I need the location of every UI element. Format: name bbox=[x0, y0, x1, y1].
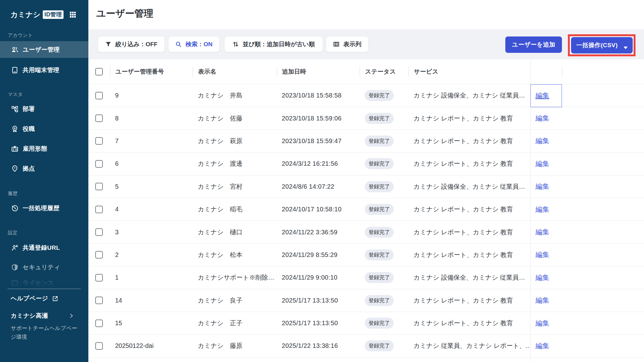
edit-link[interactable]: 編集 bbox=[536, 342, 549, 350]
sidebar-item-department[interactable]: 部署 bbox=[0, 101, 88, 117]
help-page-label: ヘルプページ bbox=[11, 294, 48, 303]
sidebar-item-label: ユーザー管理 bbox=[23, 46, 60, 54]
table-row: 8 カミナシ 佐藤 2023/10/18 15:59:06 登録完了 カミナシ … bbox=[88, 107, 644, 130]
edit-link[interactable]: 編集 bbox=[536, 137, 549, 145]
table-header-row: ユーザー管理番号 表示名 追加日時 ステータス サービス bbox=[88, 59, 644, 84]
row-checkbox[interactable] bbox=[95, 137, 103, 145]
filter-button[interactable]: 絞り込み：OFF bbox=[98, 36, 165, 52]
cell-service: カミナシ レポート、カミナシ 教育 bbox=[408, 114, 530, 123]
cell-display-name: カミナシ 稲毛 bbox=[193, 205, 277, 214]
row-select-cell bbox=[88, 183, 110, 190]
sidebar-item-location[interactable]: 拠点 bbox=[0, 160, 88, 177]
table-row: 1 カミナシサポート※削除… 2024/11/29 9:00:10 登録完了 カ… bbox=[88, 266, 644, 289]
edit-link[interactable]: 編集 bbox=[536, 205, 549, 213]
page-title: ユーザー管理 bbox=[96, 7, 153, 20]
edit-link[interactable]: 編集 bbox=[536, 274, 549, 281]
row-checkbox[interactable] bbox=[95, 160, 103, 168]
cell-service: カミナシ レポート、カミナシ 教育 bbox=[408, 251, 530, 259]
edit-link[interactable]: 編集 bbox=[536, 182, 549, 190]
status-badge: 登録完了 bbox=[365, 204, 394, 215]
app-grid-icon[interactable] bbox=[69, 11, 77, 19]
sidebar-item-security[interactable]: セキュリティ bbox=[0, 259, 88, 276]
row-checkbox[interactable] bbox=[95, 92, 103, 99]
table-row: 4 カミナシ 稲毛 2024/10/17 10:58:10 登録完了 カミナシ … bbox=[88, 198, 644, 221]
sidebar-item-license[interactable]: ライセンス bbox=[0, 277, 88, 289]
column-header-status: ステータス bbox=[360, 68, 408, 76]
sidebar-item-common-registration-url[interactable]: 共通登録URL bbox=[0, 240, 88, 256]
cell-management-number: 6 bbox=[110, 160, 193, 167]
sidebar-item-batch-history[interactable]: 一括処理履歴 bbox=[0, 200, 88, 216]
cell-edit: 編集 bbox=[530, 250, 562, 259]
status-badge: 登録完了 bbox=[365, 136, 394, 147]
status-badge: 登録完了 bbox=[365, 318, 394, 329]
cell-edit: 編集 bbox=[530, 114, 562, 123]
row-checkbox[interactable] bbox=[95, 274, 103, 281]
cell-added-at: 2025/1/17 13:13:50 bbox=[277, 297, 360, 304]
cell-added-at: 2025/1/17 13:13:50 bbox=[277, 320, 360, 327]
sort-button-label: 並び順：追加日時が古い順 bbox=[243, 40, 315, 48]
sidebar-item-shared-device[interactable]: 共用端末管理 bbox=[0, 62, 88, 78]
cell-added-at: 2023/10/18 15:58:58 bbox=[277, 92, 360, 99]
row-checkbox[interactable] bbox=[95, 183, 103, 190]
sidebar-item-label: 一括処理履歴 bbox=[23, 204, 59, 212]
user-plus-icon bbox=[11, 244, 19, 252]
cell-management-number: 7 bbox=[110, 137, 193, 145]
cell-service: カミナシ レポート、カミナシ 教育 bbox=[408, 159, 530, 168]
account-menu[interactable]: カミナシ高瀬 bbox=[11, 312, 74, 320]
cell-service: カミナシ レポート、カミナシ 教育 bbox=[408, 228, 530, 237]
row-select-cell bbox=[88, 274, 110, 281]
status-badge: 登録完了 bbox=[365, 295, 394, 306]
row-checkbox[interactable] bbox=[95, 228, 103, 236]
edit-link[interactable]: 編集 bbox=[536, 251, 549, 259]
row-checkbox[interactable] bbox=[95, 320, 103, 327]
select-all-checkbox[interactable] bbox=[95, 68, 103, 75]
row-checkbox[interactable] bbox=[95, 206, 103, 213]
cell-added-at: 2023/10/18 15:59:06 bbox=[277, 115, 360, 122]
search-button[interactable]: 検索：ON bbox=[168, 36, 219, 52]
row-select-cell bbox=[88, 206, 110, 213]
columns-button[interactable]: 表示列 bbox=[326, 36, 369, 52]
funnel-icon bbox=[105, 41, 112, 47]
row-checkbox[interactable] bbox=[95, 297, 103, 304]
user-table: ユーザー管理番号 表示名 追加日時 ステータス サービス 9 カミナシ 井島 2… bbox=[88, 59, 644, 362]
screen: カミナシ ID管理 アカウント ユーザー管理 共用端末管理 マスタ 部署 bbox=[0, 0, 644, 362]
edit-link[interactable]: 編集 bbox=[536, 319, 549, 327]
edit-link[interactable]: 編集 bbox=[536, 296, 549, 304]
cell-service: カミナシ レポート、カミナシ 教育 bbox=[408, 319, 530, 327]
status-badge: 登録完了 bbox=[365, 90, 394, 101]
status-badge: 登録完了 bbox=[365, 340, 394, 351]
sidebar-item-label: 拠点 bbox=[23, 164, 35, 173]
cell-display-name: カミナシ 萩原 bbox=[193, 137, 277, 145]
account-name: カミナシ高瀬 bbox=[11, 312, 48, 320]
cell-edit: 編集 bbox=[530, 91, 562, 100]
table-row: 6 カミナシ 渡邊 2024/3/12 16:21:56 登録完了 カミナシ レ… bbox=[88, 153, 644, 175]
toolbar: 絞り込み：OFF 検索：ON 並び順：追加日時が古い順 表示列 bbox=[88, 29, 644, 59]
cell-added-at: 2025/1/22 13:38:16 bbox=[277, 342, 360, 349]
cell-service: カミナシ レポート、カミナシ 教育 bbox=[408, 205, 530, 214]
edit-link[interactable]: 編集 bbox=[536, 160, 549, 168]
help-page-link[interactable]: ヘルプページ bbox=[11, 294, 58, 303]
cell-status: 登録完了 bbox=[360, 249, 408, 260]
row-checkbox[interactable] bbox=[95, 114, 103, 122]
table-row: 3 カミナシ 樋口 2024/11/22 3:36:59 登録完了 カミナシ レ… bbox=[88, 221, 644, 243]
table-row: 20250122-dai カミナシ 藤原 2025/1/22 13:38:16 … bbox=[88, 335, 644, 357]
users-icon bbox=[11, 46, 19, 53]
row-checkbox[interactable] bbox=[95, 342, 103, 350]
edit-link[interactable]: 編集 bbox=[536, 228, 549, 236]
cell-added-at: 2024/11/29 9:00:10 bbox=[277, 274, 360, 281]
sort-button[interactable]: 並び順：追加日時が古い順 bbox=[224, 36, 323, 52]
column-header-service: サービス bbox=[408, 68, 530, 76]
edit-link[interactable]: 編集 bbox=[536, 114, 549, 122]
cell-management-number: 9 bbox=[110, 92, 193, 99]
cell-edit: 編集 bbox=[530, 227, 562, 237]
cell-display-name: カミナシ 渡邊 bbox=[193, 159, 277, 168]
sidebar-item-position[interactable]: 役職 bbox=[0, 121, 88, 137]
cell-display-name: カミナシ 佐藤 bbox=[193, 114, 277, 123]
bulk-csv-button[interactable]: 一括操作(CSV) bbox=[571, 37, 633, 53]
sidebar-item-employment-type[interactable]: 雇用形態 bbox=[0, 141, 88, 157]
app-logo[interactable]: カミナシ ID管理 bbox=[10, 9, 64, 19]
add-user-button[interactable]: ユーザーを追加 bbox=[505, 36, 562, 53]
sidebar-item-user-management[interactable]: ユーザー管理 bbox=[0, 41, 88, 58]
row-checkbox[interactable] bbox=[95, 251, 103, 259]
edit-link[interactable]: 編集 bbox=[536, 92, 549, 99]
